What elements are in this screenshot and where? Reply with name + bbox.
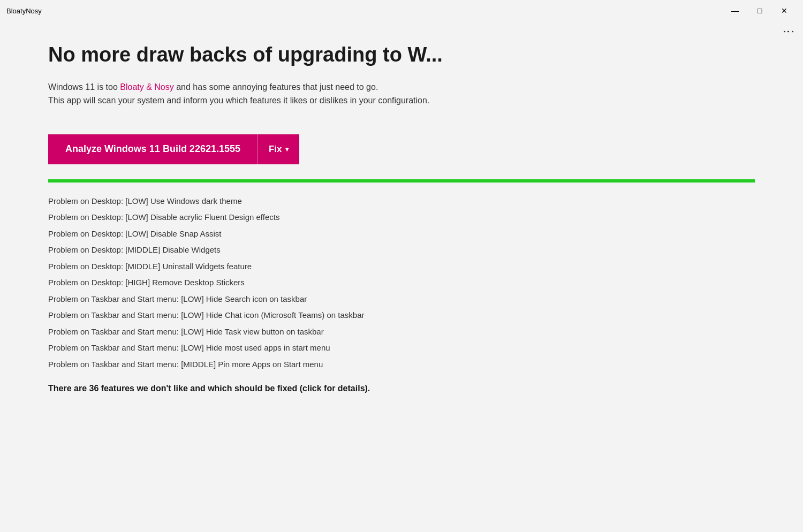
description-block: Windows 11 is too Bloaty & Nosy and has …: [48, 80, 755, 108]
analyze-button[interactable]: Analyze Windows 11 Build 22621.1555: [48, 134, 257, 164]
app-title: BloatyNosy: [6, 7, 42, 15]
description-line2: This app will scan your system and infor…: [48, 94, 755, 108]
chevron-down-icon: ▾: [285, 146, 289, 153]
window-controls: — □ ✕: [723, 2, 797, 19]
list-item: Problem on Desktop: [LOW] Use Windows da…: [48, 193, 751, 210]
summary-text[interactable]: There are 36 features we don't like and …: [48, 384, 755, 393]
list-item: Problem on Desktop: [MIDDLE] Disable Wid…: [48, 242, 751, 259]
list-item: Problem on Taskbar and Start menu: [MIDD…: [48, 356, 751, 373]
list-item: Problem on System: [MIDDLE] Enable Full …: [48, 373, 751, 375]
maximize-button[interactable]: □: [747, 2, 772, 19]
problems-list[interactable]: Problem on Desktop: [LOW] Use Windows da…: [48, 193, 755, 375]
list-item: Problem on Taskbar and Start menu: [LOW]…: [48, 307, 751, 324]
list-item: Problem on Taskbar and Start menu: [LOW]…: [48, 324, 751, 340]
list-item: Problem on Desktop: [LOW] Disable acryli…: [48, 209, 751, 226]
list-item: Problem on Desktop: [LOW] Disable Snap A…: [48, 226, 751, 242]
description-text1: Windows 11 is too: [48, 82, 120, 92]
progress-bar-fill: [48, 179, 755, 183]
page-headline: No more draw backs of upgrading to W...: [48, 43, 755, 67]
list-item: Problem on Taskbar and Start menu: [LOW]…: [48, 340, 751, 356]
action-buttons: Analyze Windows 11 Build 22621.1555 Fix …: [48, 134, 755, 164]
fix-label: Fix: [269, 144, 282, 155]
brand-name: Bloaty & Nosy: [120, 82, 173, 92]
menu-dots-button[interactable]: ⋮: [783, 26, 794, 37]
description-line1: Windows 11 is too Bloaty & Nosy and has …: [48, 80, 755, 94]
title-bar: BloatyNosy — □ ✕: [0, 0, 803, 21]
main-content: No more draw backs of upgrading to W... …: [0, 21, 803, 404]
minimize-button[interactable]: —: [723, 2, 747, 19]
list-item: Problem on Taskbar and Start menu: [LOW]…: [48, 291, 751, 308]
progress-bar-container: [48, 179, 755, 183]
list-item: Problem on Desktop: [MIDDLE] Uninstall W…: [48, 259, 751, 275]
fix-button[interactable]: Fix ▾: [257, 134, 299, 164]
list-item: Problem on Desktop: [HIGH] Remove Deskto…: [48, 275, 751, 291]
close-button[interactable]: ✕: [772, 2, 797, 19]
description-text2: and has some annoying features that just…: [174, 82, 378, 92]
